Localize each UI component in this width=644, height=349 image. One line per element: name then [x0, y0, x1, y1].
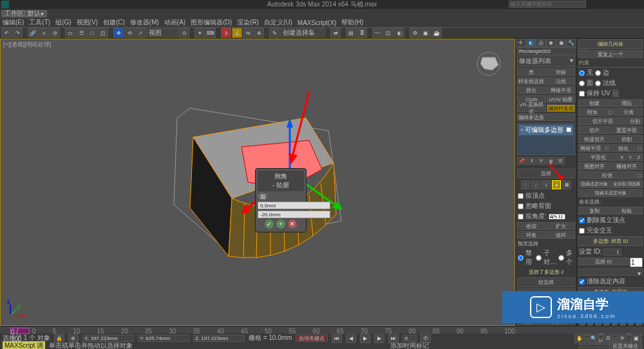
viewport[interactable]: [+][透视][明暗处理] — [0, 39, 515, 326]
menu-animation[interactable]: 动画(A) — [164, 18, 185, 27]
bevel-type-button[interactable]: ▦ — [258, 193, 268, 200]
edit-named-sel-button[interactable]: ✎ — [269, 28, 279, 38]
material-editor-button[interactable]: ◐ — [394, 28, 404, 38]
percent-snap-button[interactable]: % — [243, 28, 253, 38]
split-button[interactable]: 分割 — [627, 117, 643, 125]
ref-coord-dropdown[interactable]: 视图 — [146, 28, 178, 37]
workspace-dropdown[interactable]: 工作区: 默认 ▾ — [1, 10, 47, 17]
hierarchy-tab[interactable]: 品 — [536, 39, 546, 47]
planar-y-button[interactable]: Y — [627, 153, 634, 161]
pan-view-button[interactable]: ✋ — [574, 333, 585, 343]
planar-x-button[interactable]: X — [618, 153, 626, 161]
shrink-button[interactable]: 收缩 — [517, 222, 546, 230]
viewport-label[interactable]: [+][透视][明暗处理] — [3, 41, 51, 49]
preview-multi-radio[interactable] — [558, 255, 564, 261]
render-setup-button[interactable]: ⚙ — [410, 28, 420, 38]
caddy-ok-button[interactable]: ✓ — [265, 220, 274, 229]
quick-mod-6b[interactable] — [547, 113, 576, 121]
slice-button[interactable]: 切片 — [578, 126, 611, 134]
constraint-edge-radio[interactable] — [595, 70, 601, 76]
align-button[interactable]: ▤ — [346, 28, 356, 38]
menu-customize[interactable]: 自定义(U) — [264, 18, 292, 27]
display-tab[interactable]: ▣ — [556, 39, 567, 47]
reset-plane-button[interactable]: 重置平面 — [611, 126, 643, 134]
edit-geom-header[interactable]: 编辑几何体 — [578, 39, 643, 49]
z-coord-input[interactable] — [193, 335, 245, 342]
quick-mod-1b[interactable]: 对称 — [547, 68, 576, 76]
paste-sel-button[interactable]: 粘贴 — [611, 207, 643, 214]
tess-settings-button[interactable]: □ — [636, 144, 643, 152]
next-frame-button[interactable]: ▶ — [374, 333, 384, 343]
collapse-button[interactable]: 塌陷 — [611, 99, 643, 107]
caddy-cancel-button[interactable]: ✕ — [288, 220, 297, 229]
grow-button[interactable]: 扩大 — [547, 222, 576, 230]
menu-modifiers[interactable]: 修改器(M) — [130, 18, 159, 27]
outline-input[interactable] — [258, 211, 330, 218]
create-button[interactable]: 创建 — [578, 99, 611, 107]
quick-mod-5a[interactable]: VR-置换模式 — [517, 104, 546, 112]
detach-button[interactable]: 分离 — [614, 108, 643, 116]
quick-mod-5b[interactable]: 编辑样条线 — [547, 104, 576, 112]
repeat-last-button[interactable]: 重复上一个 — [578, 50, 643, 58]
x-coord-input[interactable] — [82, 335, 134, 342]
redo-button[interactable]: ↷ — [12, 28, 23, 38]
preview-subobj-radio[interactable] — [536, 255, 542, 261]
select-id-button[interactable]: 选择 ID — [578, 258, 629, 265]
grid-align-button[interactable]: 栅格对齐 — [611, 162, 643, 170]
select-manipulate-button[interactable]: ✦ — [194, 28, 205, 38]
by-angle-check[interactable] — [518, 214, 524, 220]
clear-sel-check[interactable] — [579, 279, 585, 285]
viewcube[interactable] — [473, 46, 505, 78]
planar-z-button[interactable]: Z — [635, 153, 643, 161]
timeline[interactable]: 0 / 100 05101520253035404550556065707580… — [0, 326, 644, 334]
zoom-button[interactable]: 🔍 — [589, 333, 599, 343]
mirror-button[interactable]: ⇄ — [330, 28, 341, 38]
preserve-uv-check[interactable] — [579, 91, 585, 97]
layers-button[interactable]: ≣ — [357, 28, 367, 38]
hide-sel-button[interactable]: 隐藏选定对象 — [578, 180, 611, 188]
rotate-button[interactable]: ⟲ — [124, 28, 135, 38]
by-vertex-check[interactable] — [518, 193, 524, 199]
move-button[interactable]: ✥ — [113, 28, 124, 38]
quick-mod-3b[interactable]: 网格平滑 — [547, 86, 576, 94]
quick-mod-2b[interactable]: 法线 — [547, 77, 576, 85]
constraint-normal-radio[interactable] — [595, 80, 601, 86]
schematic-button[interactable]: ◫ — [383, 28, 393, 38]
ring-button[interactable]: 环形 — [517, 231, 546, 239]
make-planar-button[interactable]: 平面化 — [578, 153, 618, 161]
quick-mod-4b[interactable]: UVW 贴图 — [547, 95, 576, 103]
link-button[interactable]: 🔗 — [28, 28, 38, 38]
slice-plane-button[interactable]: 切片平面 — [578, 117, 627, 125]
motion-tab[interactable]: ◉ — [546, 39, 556, 47]
select-id-input[interactable] — [630, 258, 643, 267]
copy-sel-button[interactable]: 复制 — [578, 207, 611, 214]
menu-render[interactable]: 渲染(R) — [237, 18, 259, 27]
constraint-face-radio[interactable] — [579, 80, 585, 86]
bind-button[interactable]: ◎ — [50, 28, 60, 38]
y-coord-input[interactable] — [138, 335, 189, 342]
preview-off-radio[interactable] — [518, 255, 524, 261]
loop-button[interactable]: 循环 — [547, 231, 576, 239]
quick-mod-1a[interactable]: 类 — [517, 68, 546, 76]
set-key-button[interactable]: 设置关键点 — [609, 342, 641, 349]
matid-dropdown[interactable]: ▾ — [578, 269, 643, 276]
spinner-snap-button[interactable]: ⊕ — [254, 28, 264, 38]
set-id-input[interactable] — [603, 249, 621, 256]
timeline-slider[interactable]: 0 / 100 — [10, 328, 30, 334]
view-align-button[interactable]: 视图对齐 — [578, 162, 611, 170]
window-crossing-button[interactable]: ◫ — [98, 28, 108, 38]
modifier-stack-item[interactable]: ▫ 可编辑多边形◼ — [519, 125, 573, 135]
full-interact-check[interactable] — [579, 228, 585, 234]
current-frame-input[interactable] — [402, 335, 417, 342]
tessellate-button[interactable]: 细化 — [611, 144, 636, 152]
quick-mod-6a[interactable]: 编辑多边形 — [517, 113, 546, 121]
attach-button[interactable]: 附加 — [578, 108, 607, 116]
menu-maxscript[interactable]: MAXScript(X) — [298, 19, 337, 26]
auto-key-button[interactable]: 自动关键点 — [296, 334, 328, 342]
cut-button[interactable]: 切割 — [611, 135, 643, 143]
modifier-list-dropdown[interactable]: 修改器列表▾ — [517, 55, 575, 67]
pivot-button[interactable]: ⊙ — [179, 28, 189, 38]
menu-edit[interactable]: 编辑(E) — [3, 18, 24, 27]
unhide-all-button[interactable]: 全部取消隐藏 — [611, 180, 643, 188]
quick-mod-2a[interactable]: 样条线选择 — [517, 77, 546, 85]
